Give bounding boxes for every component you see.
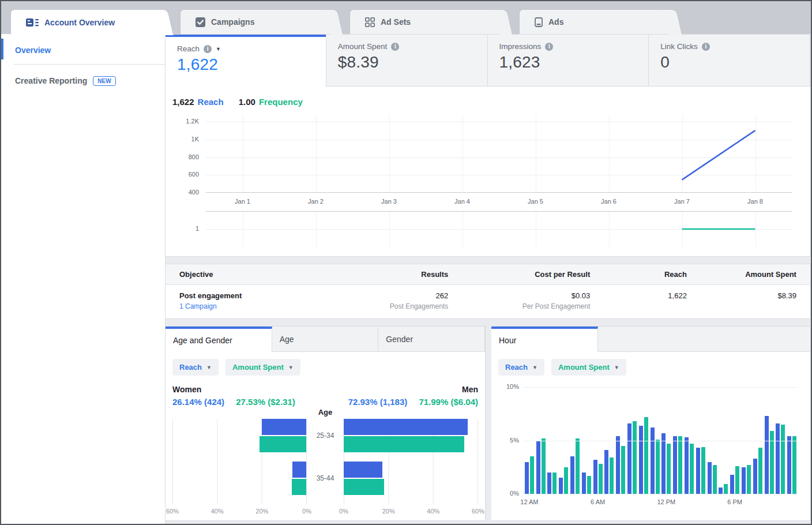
x-axis-tick: Jan 2 — [308, 198, 324, 205]
frequency-legend-label: Frequency — [259, 97, 303, 107]
tab-hour[interactable]: Hour — [491, 327, 598, 352]
tab-account-overview[interactable]: Account Overview — [10, 9, 165, 35]
hour-group-7pm — [740, 465, 752, 494]
bar-amount-spent — [713, 465, 717, 494]
objective-value: Post engagement — [179, 291, 339, 300]
bar-reach — [582, 472, 586, 494]
tab-campaigns[interactable]: Campaigns — [180, 9, 334, 34]
bar-reach — [536, 441, 540, 494]
tab-age-and-gender[interactable]: Age and Gender — [166, 327, 272, 352]
x-axis-tick: Jan 5 — [528, 198, 543, 205]
caret-down-icon[interactable]: ▼ — [216, 46, 221, 52]
bar-amount-spent — [542, 438, 546, 494]
bar-reach — [639, 426, 643, 494]
tab-label: Account Overview — [44, 18, 115, 27]
bar-reach — [708, 462, 712, 494]
y-axis-tick: 10% — [501, 383, 519, 390]
hour-group-9pm — [764, 416, 775, 494]
tab-label: Ads — [548, 17, 563, 27]
bar-reach — [696, 448, 700, 494]
tab-ads[interactable]: Ads — [519, 9, 674, 34]
x-axis-tick: 60% — [166, 508, 179, 515]
filter-label: Amount Spent — [232, 363, 284, 372]
reach-filter-dropdown[interactable]: Reach ▼ — [172, 359, 219, 376]
sidebar-item-label: Overview — [15, 46, 51, 55]
info-icon[interactable]: i — [204, 45, 212, 53]
campaign-link[interactable]: 1 Campaign — [179, 302, 339, 310]
y-axis-tick: 400 — [170, 189, 199, 196]
hour-group-6pm — [729, 466, 740, 494]
sidebar-item-creative-reporting[interactable]: Creative ReportingNEW — [1, 65, 165, 95]
amount-spent-filter-dropdown[interactable]: Amount Spent ▼ — [551, 359, 626, 376]
bar-reach — [776, 423, 780, 494]
hour-group-10pm — [775, 423, 787, 494]
hour-group-7am — [604, 450, 615, 494]
bar-women-amount-spent — [292, 479, 306, 495]
hour-group-2pm — [683, 437, 695, 494]
amount-spent-filter-dropdown[interactable]: Amount Spent ▼ — [225, 359, 300, 376]
info-icon[interactable]: i — [545, 43, 553, 51]
sidebar: Overview Creative ReportingNEW — [1, 34, 166, 524]
butterfly-chart: 25-3435-44 — [172, 419, 478, 504]
y-axis-tick: 1.2K — [170, 118, 199, 125]
butterfly-group-men — [344, 462, 478, 495]
metric-cards: Reach i ▼ 1,622 Amount Spent i $8.39 — [166, 35, 810, 87]
hour-group-9am — [626, 421, 638, 494]
metric-card-amount-spent[interactable]: Amount Spent i $8.39 — [326, 35, 488, 87]
info-icon[interactable]: i — [391, 43, 399, 51]
butterfly-men-plot — [344, 419, 478, 504]
bar-reach — [559, 478, 563, 494]
bar-reach — [627, 423, 631, 494]
y-axis-tick: 1 — [170, 225, 199, 232]
bar-amount-spent — [530, 456, 534, 494]
x-axis-tick: Jan 1 — [235, 198, 250, 205]
tab-bar: Account Overview Campaigns Ad Sets Ads — [1, 1, 811, 34]
bar-reach — [765, 416, 769, 494]
caret-down-icon: ▼ — [614, 365, 619, 370]
cost-per-result-value: $0.03 — [476, 291, 590, 300]
bar-amount-spent — [610, 457, 614, 494]
bar-men-amount-spent — [344, 436, 464, 452]
metric-value: 1,622 — [177, 55, 315, 74]
bar-women-reach — [292, 462, 306, 478]
bar-amount-spent — [781, 425, 785, 494]
bar-men-amount-spent — [344, 479, 384, 495]
bar-amount-spent — [576, 438, 580, 494]
table-header: Objective Results Cost per Result Reach … — [166, 264, 810, 285]
hour-group-10am — [638, 417, 649, 494]
metric-card-link-clicks[interactable]: Link Clicks i 0 — [648, 35, 810, 87]
bar-reach — [616, 436, 620, 494]
tab-ad-sets[interactable]: Ad Sets — [349, 9, 504, 34]
women-label: Women — [172, 385, 295, 394]
bar-amount-spent — [644, 417, 648, 494]
metric-card-impressions[interactable]: Impressions i 1,623 — [487, 35, 649, 87]
results-value: 262 — [366, 291, 448, 300]
hour-group-12am — [524, 456, 535, 494]
caret-down-icon: ▼ — [206, 365, 212, 370]
info-icon[interactable]: i — [702, 43, 710, 51]
col-amount-spent: Amount Spent — [701, 264, 810, 284]
bar-reach — [604, 450, 608, 494]
butterfly-women-plot — [172, 419, 307, 504]
filter-label: Amount Spent — [558, 363, 610, 372]
tab-gender[interactable]: Gender — [378, 327, 485, 351]
sidebar-item-overview[interactable]: Overview — [1, 34, 165, 64]
hour-group-8am — [615, 436, 626, 494]
bar-amount-spent — [758, 448, 762, 494]
x-axis-tick: 0% — [302, 508, 311, 515]
metric-card-reach[interactable]: Reach i ▼ 1,622 — [166, 35, 326, 87]
bar-reach — [742, 467, 746, 494]
gridline-horizontal — [524, 387, 798, 388]
butterfly-axis-right: 0%20%40%60% — [344, 504, 478, 517]
gridline-horizontal — [524, 441, 798, 441]
hour-group-11am — [649, 427, 661, 494]
hour-tabs: Hour — [491, 327, 810, 352]
x-axis-tick: 20% — [382, 508, 395, 515]
bar-reach — [685, 437, 689, 494]
x-axis-tick: 40% — [427, 508, 439, 515]
reach-filter-dropdown[interactable]: Reach ▼ — [498, 359, 544, 376]
tab-age[interactable]: Age — [272, 327, 379, 351]
bar-amount-spent — [621, 446, 625, 494]
amount-spent-value: $8.39 — [715, 291, 796, 300]
metric-label: Reach — [177, 44, 200, 53]
